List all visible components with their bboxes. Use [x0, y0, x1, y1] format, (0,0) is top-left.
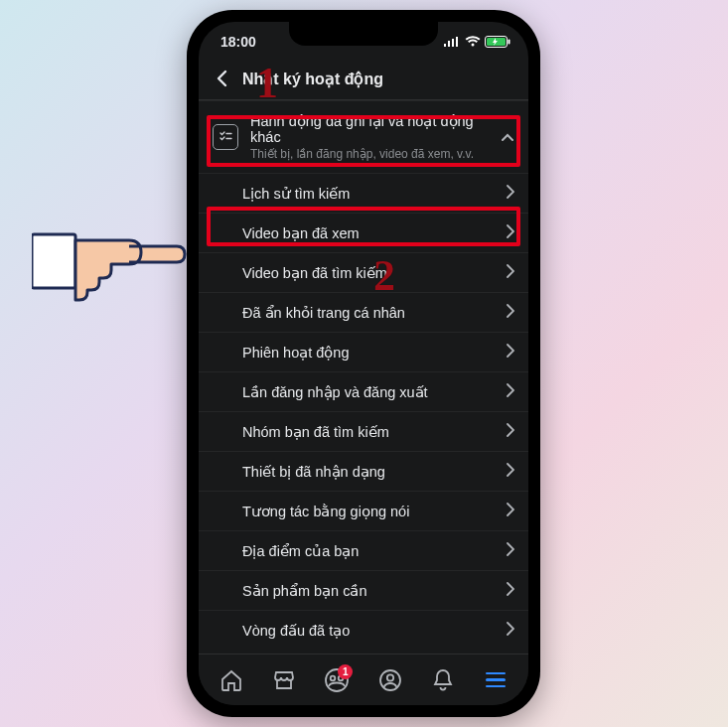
row-label: Tương tác bằng giọng nói	[242, 504, 409, 519]
chevron-right-icon	[507, 463, 514, 480]
row-hidden-profile[interactable]: Đã ẩn khỏi trang cá nhân	[199, 292, 528, 332]
section-title: Hành động đã ghi lại và hoạt động khác	[250, 113, 501, 145]
row-videos-watched[interactable]: Video bạn đã xem	[199, 213, 528, 252]
chevron-right-icon	[507, 344, 514, 361]
tab-home[interactable]	[212, 660, 251, 700]
row-label: Video bạn đã xem	[242, 225, 360, 241]
menu-icon	[486, 672, 506, 687]
section-logged-actions[interactable]: Hành động đã ghi lại và hoạt động khác T…	[199, 100, 528, 173]
row-label: Đã ẩn khỏi trang cá nhân	[242, 305, 405, 321]
chevron-right-icon	[507, 185, 514, 202]
phone-notch	[289, 22, 438, 46]
tab-profile[interactable]	[370, 660, 410, 700]
row-search-history[interactable]: Lịch sử tìm kiếm	[199, 173, 528, 213]
battery-icon	[485, 36, 510, 48]
chevron-right-icon	[507, 622, 514, 639]
activity-list[interactable]: Hành động đã ghi lại và hoạt động khác T…	[199, 100, 528, 647]
chevron-right-icon	[507, 542, 514, 559]
row-your-locations[interactable]: Địa điểm của bạn	[199, 530, 528, 570]
row-groups-searched[interactable]: Nhóm bạn đã tìm kiếm	[199, 411, 528, 451]
bell-icon	[432, 668, 454, 692]
chevron-up-icon	[501, 128, 514, 146]
profile-icon	[378, 668, 402, 692]
tab-marketplace[interactable]	[264, 660, 304, 700]
wifi-icon	[465, 36, 481, 48]
chevron-right-icon	[507, 264, 514, 281]
home-icon	[219, 668, 243, 692]
back-button[interactable]	[211, 68, 232, 89]
tab-menu[interactable]	[476, 660, 515, 700]
svg-rect-2	[509, 40, 510, 45]
pointing-hand-illustration	[32, 207, 191, 316]
svg-point-8	[386, 674, 392, 680]
row-label: Phiên hoạt động	[242, 345, 350, 361]
navbar: Nhật ký hoạt động	[199, 62, 528, 100]
row-label: Thiết bị đã nhận dạng	[242, 464, 385, 480]
row-products-needed[interactable]: Sản phẩm bạn cần	[199, 570, 528, 610]
row-label: Địa điểm của bạn	[242, 543, 359, 559]
notification-badge: 1	[338, 664, 353, 679]
row-label: Nhóm bạn đã tìm kiếm	[242, 424, 389, 440]
chevron-right-icon	[507, 423, 514, 440]
page-title: Nhật ký hoạt động	[242, 70, 383, 88]
row-active-sessions[interactable]: Phiên hoạt động	[199, 332, 528, 371]
row-label: Vòng đấu đã tạo	[242, 623, 350, 639]
chevron-right-icon	[507, 224, 514, 241]
row-login-logout[interactable]: Lần đăng nhập và đăng xuất	[199, 371, 528, 411]
tab-groups[interactable]: 1	[317, 660, 357, 700]
signal-icon	[443, 36, 461, 48]
chevron-right-icon	[507, 582, 514, 599]
list-check-icon	[213, 124, 238, 150]
chevron-right-icon	[507, 503, 514, 519]
row-videos-searched[interactable]: Video bạn đã tìm kiếm	[199, 252, 528, 292]
row-label: Sản phẩm bạn cần	[242, 583, 366, 599]
svg-rect-0	[32, 234, 75, 288]
row-label: Lần đăng nhập và đăng xuất	[242, 384, 428, 400]
status-indicators	[443, 36, 510, 48]
row-voice-interactions[interactable]: Tương tác bằng giọng nói	[199, 491, 528, 530]
chevron-right-icon	[507, 383, 514, 400]
row-label: Video bạn đã tìm kiếm	[242, 265, 387, 281]
chevron-right-icon	[507, 304, 514, 321]
svg-point-5	[331, 675, 336, 680]
status-time: 18:00	[220, 34, 256, 50]
phone-screen: 18:00 Nhật ký hoạt động Hành động đã ghi…	[199, 22, 528, 705]
row-recognized-devices[interactable]: Thiết bị đã nhận dạng	[199, 451, 528, 491]
marketplace-icon	[272, 668, 296, 692]
row-tournaments-created[interactable]: Vòng đấu đã tạo	[199, 610, 528, 647]
row-label: Lịch sử tìm kiếm	[242, 186, 350, 202]
section-subtitle: Thiết bị, lần đăng nhập, video đã xem, v…	[250, 147, 501, 161]
bottom-tab-bar: 1	[199, 654, 528, 705]
phone-frame: 18:00 Nhật ký hoạt động Hành động đã ghi…	[187, 10, 540, 717]
tab-notifications[interactable]	[423, 660, 463, 700]
chevron-left-icon	[215, 70, 228, 87]
